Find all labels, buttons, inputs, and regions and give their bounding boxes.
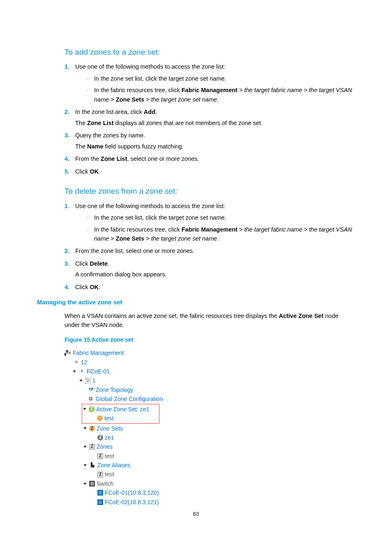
- sub-item: In the fabric resources tree, click Fabr…: [87, 225, 355, 243]
- step-text: Query the zones by name.: [75, 131, 355, 140]
- tree-label: Active Zone Set: ze1: [96, 405, 149, 414]
- step-item: 1.Use one of the following methods to ac…: [65, 62, 355, 104]
- step-item: 5.Click OK.: [65, 167, 355, 176]
- tree-label: Zone Aliases: [97, 461, 130, 470]
- caret-icon: [79, 380, 83, 382]
- step-item: 2.In the zone list area, click Add.The Z…: [65, 107, 355, 127]
- zonesets-icon: Z: [89, 426, 95, 431]
- active-zone-para: When a VSAN contains an active zone set,…: [65, 311, 355, 330]
- step-item: 1.Use one of the following methods to ac…: [65, 202, 355, 243]
- step-text: In the zone list area, click Add.: [75, 107, 355, 116]
- tree-switch-2[interactable]: ⊡ FCoE-02(10.8.3.121): [65, 498, 355, 507]
- fabric-icon: ▞✕: [65, 350, 71, 356]
- vsan-icon: V: [85, 378, 91, 384]
- tree-zone-aliases[interactable]: Zone Aliases: [65, 461, 355, 470]
- step-item: 4.From the Zone List, select one or more…: [65, 154, 355, 163]
- tree-node-fcoe01[interactable]: ✕ FCoE-01: [65, 367, 355, 376]
- step-after: The Name field supports fuzzy matching.: [75, 142, 355, 151]
- zone-item-icon: Z: [97, 453, 103, 459]
- x-icon: ✕: [78, 368, 85, 375]
- step-text: From the Zone List, select one or more z…: [75, 154, 355, 163]
- gear-icon: [88, 396, 94, 402]
- tree-zone-topology[interactable]: 🗺 Zone Topology: [65, 385, 355, 394]
- alias-icon: [89, 462, 96, 468]
- step-number: 4.: [65, 154, 69, 163]
- step-item: 4.Click OK.: [65, 283, 355, 292]
- step-number: 3.: [65, 131, 69, 140]
- tree-active-zone-set-box: Z Active Zone Set: ze1 test: [82, 404, 159, 424]
- tree-label: FCoE-01: [87, 367, 110, 376]
- step-text: Click OK.: [75, 167, 355, 176]
- step-number: 5.: [65, 167, 69, 176]
- sub-list: In the zone set list, click the target z…: [87, 74, 355, 104]
- step-item: 3.Click Delete.A confirmation dialog box…: [65, 259, 355, 279]
- heading-delete-zones: To delete zones from a zone set:: [65, 185, 355, 197]
- tree-zone-test[interactable]: Z test: [65, 452, 355, 461]
- x-icon: ✕: [73, 359, 79, 366]
- device-icon: ⊡: [97, 490, 103, 496]
- step-number: 1.: [65, 62, 69, 71]
- figure-caption: Figure 15 Active zone set: [65, 336, 355, 345]
- caret-icon: [83, 483, 87, 485]
- tree-node-vsan1[interactable]: V 1: [65, 376, 355, 385]
- step-text: Click Delete.: [75, 259, 355, 268]
- tree-fabric-mgmt[interactable]: ▞✕ Fabric Management: [65, 348, 355, 357]
- active-zone-icon: Z: [89, 406, 95, 412]
- sub-list: In the zone set list, click the target z…: [87, 213, 355, 243]
- tree-zone-sets[interactable]: Z Zone Sets: [65, 424, 355, 433]
- step-item: 2.From the zone list, select one or more…: [65, 246, 355, 255]
- device-icon: ⊡: [97, 499, 103, 505]
- sub-item: In the zone set list, click the target z…: [87, 74, 355, 83]
- tree-label: test: [105, 470, 114, 479]
- sub-item: In the zone set list, click the target z…: [87, 213, 355, 222]
- tree-label: test: [104, 414, 114, 423]
- steps-add: 1.Use one of the following methods to ac…: [65, 62, 355, 176]
- tree-label: ze1: [105, 433, 114, 442]
- tree-label: Fabric Management: [73, 348, 124, 357]
- caret-icon: [83, 408, 86, 410]
- step-text: Click OK.: [75, 283, 355, 292]
- switch-icon: ⊞: [89, 481, 95, 487]
- caret-icon: [73, 371, 76, 373]
- step-text: Use one of the following methods to acce…: [75, 62, 355, 71]
- step-number: 3.: [65, 259, 69, 268]
- zoneset-item-icon: Z: [97, 435, 103, 440]
- tree-zones[interactable]: Z Zones: [65, 442, 355, 451]
- step-after: The Zone List displays all zones that ar…: [75, 118, 355, 127]
- fabric-tree: ▞✕ Fabric Management ✕ 12 ✕ FCoE-01 V 1 …: [65, 348, 355, 507]
- tree-label: Switch: [97, 479, 113, 488]
- heading-add-zones: To add zones to a zone set:: [65, 46, 355, 58]
- tree-label: Zone Topology: [96, 385, 134, 394]
- tree-alias-test[interactable]: Z test: [65, 470, 355, 479]
- tree-active-zone-set[interactable]: Z Active Zone Set: ze1: [83, 405, 149, 414]
- tree-label: test: [105, 452, 114, 461]
- tree-switch[interactable]: ⊞ Switch: [65, 479, 355, 488]
- zones-icon: Z: [89, 444, 95, 450]
- tree-label: FCoE-01(10.8.3.120): [105, 488, 159, 497]
- step-after: A confirmation dialog box appears.: [75, 270, 355, 279]
- caret-icon: [83, 446, 87, 448]
- tree-switch-1[interactable]: ⊡ FCoE-01(10.8.3.120): [65, 488, 355, 497]
- topo-icon: 🗺: [88, 387, 94, 393]
- caret-icon: [83, 464, 87, 466]
- step-text: From the zone list, select one or more z…: [75, 246, 355, 255]
- sub-item: In the fabric resources tree, click Fabr…: [87, 86, 355, 104]
- step-item: 3.Query the zones by name.The Name field…: [65, 131, 355, 151]
- tree-global-zone-config[interactable]: Global Zone Configuration: [65, 394, 355, 403]
- tree-active-zone-test[interactable]: test: [83, 414, 149, 423]
- tree-label: Global Zone Configuration: [96, 394, 163, 403]
- step-number: 2.: [65, 246, 69, 255]
- tree-node-12[interactable]: ✕ 12: [65, 358, 355, 367]
- step-number: 2.: [65, 107, 69, 116]
- tree-label: 12: [81, 358, 88, 367]
- step-text: Use one of the following methods to acce…: [75, 202, 355, 211]
- tree-label: FCoE-02(10.8.3.121): [105, 498, 159, 507]
- zone-icon: [97, 415, 103, 421]
- tree-label: 1: [92, 376, 96, 385]
- tree-zone-set-ze1[interactable]: Z ze1: [65, 433, 355, 442]
- page-number: 63: [0, 510, 392, 518]
- heading-managing-active: Managing the active zone set: [37, 297, 355, 307]
- step-number: 4.: [65, 283, 69, 292]
- alias-item-icon: Z: [97, 472, 103, 477]
- tree-label: Zone Sets: [97, 424, 123, 433]
